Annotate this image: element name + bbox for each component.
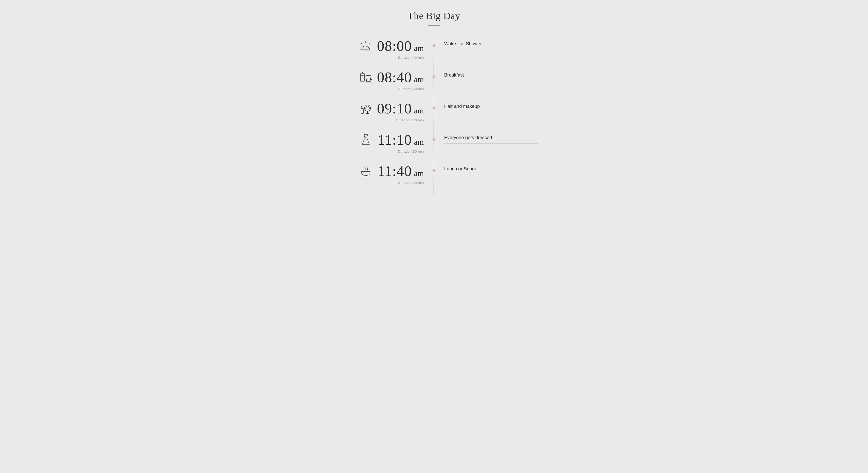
duration-text: Duration 120 min	[396, 118, 424, 122]
time-main: 08:40	[377, 70, 412, 85]
timeline-dot	[432, 138, 436, 141]
timeline-item-lunch: 11:40 am Duration 20 min Lunch or Snack	[330, 163, 538, 185]
left-side: 08:40 am Duration 30 min	[330, 70, 434, 91]
left-side: 08:00 am Duration 40 min	[330, 38, 434, 60]
timeline-item-breakfast: 08:40 am Duration 30 min Breakfast	[330, 70, 538, 91]
event-divider	[444, 112, 538, 113]
timeline-item-dressed: 11:10 am Duration 30 min Everyone gets d…	[330, 132, 538, 153]
time-ampm: am	[414, 137, 424, 147]
time-main: 09:10	[377, 101, 412, 116]
time-ampm: am	[414, 43, 424, 53]
breakfast-icon	[358, 70, 373, 85]
svg-marker-8	[361, 72, 365, 74]
time-block: 09:10 am	[377, 101, 424, 116]
food-icon	[358, 163, 373, 179]
duration-text: Duration 40 min	[398, 56, 424, 60]
makeup-icon	[358, 101, 373, 116]
time-block: 11:40 am	[377, 164, 424, 179]
timeline-dot	[432, 75, 436, 78]
duration-text: Duration 30 min	[398, 150, 424, 153]
event-name: Lunch or Snack	[444, 163, 538, 172]
event-divider	[444, 81, 538, 81]
timeline-dot	[432, 169, 436, 172]
svg-rect-7	[361, 74, 365, 81]
timeline-item-hair-makeup: 09:10 am Duration 120 min Hair and makeu…	[330, 101, 538, 122]
right-side: Lunch or Snack	[434, 163, 538, 175]
time-main: 08:00	[377, 39, 412, 54]
dress-icon	[358, 132, 373, 148]
timeline-item-wake-up: 08:00 am Duration 40 min Wake Up, Shower	[330, 38, 538, 60]
time-ampm: am	[414, 106, 424, 116]
time-block: 08:00 am	[377, 39, 424, 54]
right-side: Everyone gets dressed	[434, 132, 538, 144]
time-block: 11:10 am	[377, 132, 424, 147]
icon-time-row: 08:00 am	[358, 38, 424, 54]
duration-text: Duration 20 min	[398, 181, 424, 185]
page-container: The Big Day	[330, 10, 538, 195]
icon-time-row: 09:10 am	[358, 101, 424, 116]
left-side: 11:40 am Duration 20 min	[330, 163, 434, 185]
time-block: 08:40 am	[377, 70, 424, 85]
time-main: 11:10	[377, 132, 412, 147]
title-divider	[428, 25, 440, 26]
sunrise-icon	[358, 38, 373, 54]
event-name: Wake Up, Shower	[444, 38, 538, 46]
event-name: Hair and makeup	[444, 101, 538, 109]
icon-time-row: 11:40 am	[358, 163, 424, 179]
left-side: 11:10 am Duration 30 min	[330, 132, 434, 153]
svg-point-14	[364, 105, 370, 111]
time-ampm: am	[414, 168, 424, 178]
left-side: 09:10 am Duration 120 min	[330, 101, 434, 122]
event-name: Everyone gets dressed	[444, 132, 538, 140]
right-side: Hair and makeup	[434, 101, 538, 113]
event-divider	[444, 50, 538, 50]
timeline-container: 08:00 am Duration 40 min Wake Up, Shower	[330, 38, 538, 195]
right-side: Wake Up, Shower	[434, 38, 538, 50]
icon-time-row: 08:40 am	[358, 70, 424, 85]
right-side: Breakfast	[434, 70, 538, 81]
time-ampm: am	[414, 75, 424, 84]
icon-time-row: 11:10 am	[358, 132, 424, 148]
page-title: The Big Day	[408, 10, 461, 21]
timeline-dot	[432, 106, 436, 109]
svg-rect-12	[361, 108, 364, 114]
svg-line-2	[369, 43, 370, 44]
time-main: 11:40	[377, 164, 412, 179]
timeline-dot	[432, 44, 436, 47]
svg-line-1	[361, 43, 362, 44]
svg-point-17	[366, 106, 370, 110]
duration-text: Duration 30 min	[398, 87, 424, 91]
event-name: Breakfast	[444, 70, 538, 78]
